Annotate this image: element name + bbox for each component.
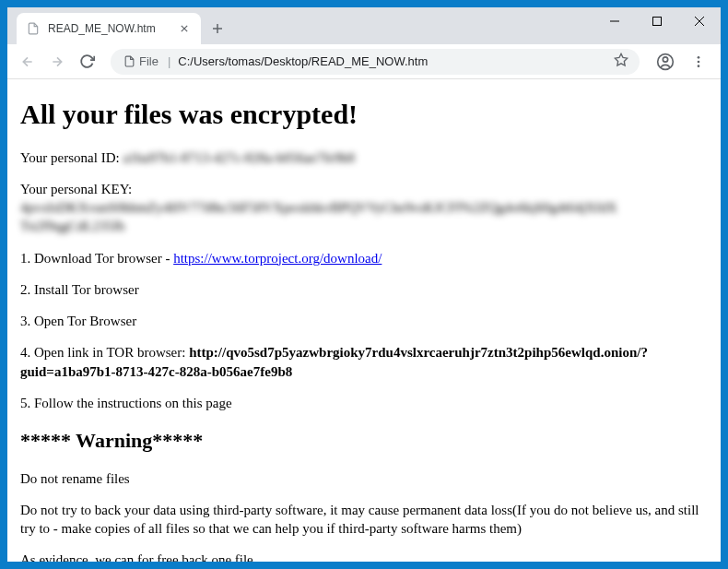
close-button[interactable] <box>678 7 721 35</box>
address-bar[interactable]: File | C:/Users/tomas/Desktop/READ_ME_NO… <box>111 49 640 75</box>
step-3: 3. Open Tor Browser <box>20 312 708 330</box>
step-2: 2. Install Tor browser <box>20 280 708 299</box>
file-chip: File <box>122 54 160 68</box>
address-separator: | <box>168 54 170 68</box>
svg-marker-1 <box>615 53 627 65</box>
forward-button[interactable] <box>44 49 70 75</box>
page-content: All your files was encrypted! Your perso… <box>7 79 721 562</box>
warning-3: As evidence, we can for free back one fi… <box>20 551 708 562</box>
step-5: 5. Follow the instructions on this page <box>20 394 708 412</box>
browser-window: READ_ME_NOW.htm <box>6 6 722 563</box>
step-4: 4. Open link in TOR browser: http://qvo5… <box>20 343 708 381</box>
maximize-button[interactable] <box>636 7 678 35</box>
window-controls <box>593 7 721 35</box>
warning-2: Do not try to back your data using third… <box>20 501 708 539</box>
personal-key-line: Your personal KEY: 4pvxIsDKXvunS0hhmZy4H… <box>20 180 708 236</box>
personal-key-label: Your personal KEY: <box>20 182 132 196</box>
svg-point-3 <box>663 56 667 61</box>
svg-point-6 <box>698 65 700 67</box>
menu-button[interactable] <box>684 47 713 77</box>
bookmark-star-icon[interactable] <box>614 53 628 70</box>
title-bar: READ_ME_NOW.htm <box>7 7 721 44</box>
step-1: 1. Download Tor browser - https://www.to… <box>20 249 708 267</box>
personal-id-label: Your personal ID: <box>20 150 120 165</box>
page-heading: All your files was encrypted! <box>20 96 708 134</box>
personal-id-value: a1ba97b1-8713-427c-828a-b056ae7fe9b8 <box>123 148 355 167</box>
new-tab-button[interactable] <box>205 16 230 41</box>
warning-heading: ***** Warning***** <box>20 427 708 455</box>
file-label: File <box>139 54 159 68</box>
warning-1: Do not rename files <box>20 469 708 488</box>
personal-key-value: 4pvxIsDKXvunS0hhmZy4HV77i8hc56F58VXpexkh… <box>20 198 708 236</box>
browser-tab[interactable]: READ_ME_NOW.htm <box>17 13 201 44</box>
svg-point-4 <box>698 56 700 59</box>
address-path: C:/Users/tomas/Desktop/READ_ME_NOW.htm <box>178 54 606 68</box>
personal-id-line: Your personal ID: a1ba97b1-8713-427c-828… <box>20 148 708 167</box>
reload-button[interactable] <box>74 49 100 75</box>
toolbar: File | C:/Users/tomas/Desktop/READ_ME_NO… <box>7 44 721 79</box>
tab-title: READ_ME_NOW.htm <box>48 22 177 35</box>
svg-rect-0 <box>653 18 662 26</box>
page-icon <box>26 21 41 36</box>
svg-point-5 <box>698 60 700 63</box>
tor-download-link[interactable]: https://www.torproject.org/download/ <box>173 251 382 266</box>
tab-close-button[interactable] <box>177 21 192 36</box>
back-button[interactable] <box>15 49 41 75</box>
profile-icon[interactable] <box>651 47 680 77</box>
minimize-button[interactable] <box>593 7 636 35</box>
